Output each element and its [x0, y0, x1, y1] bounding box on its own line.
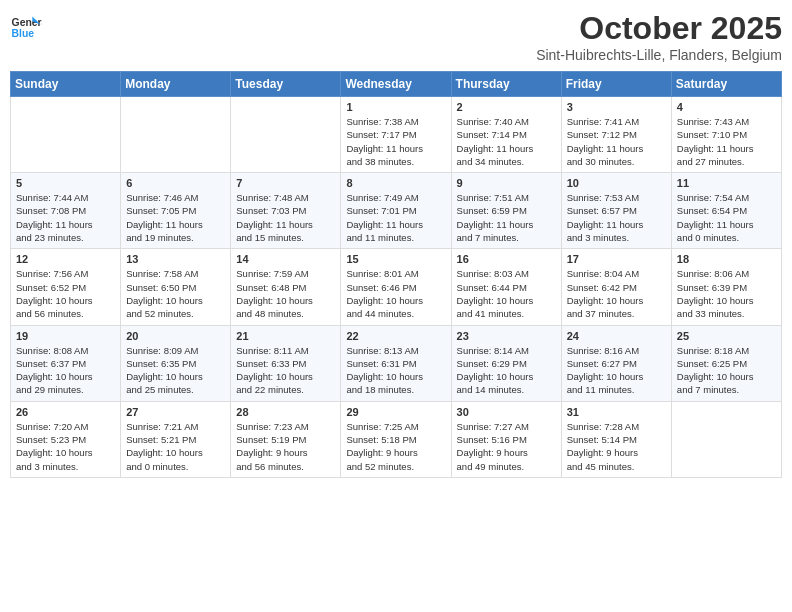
calendar-day-3: 3Sunrise: 7:41 AM Sunset: 7:12 PM Daylig…	[561, 97, 671, 173]
day-number: 8	[346, 177, 445, 189]
day-info: Sunrise: 8:06 AM Sunset: 6:39 PM Dayligh…	[677, 267, 776, 320]
calendar-day-2: 2Sunrise: 7:40 AM Sunset: 7:14 PM Daylig…	[451, 97, 561, 173]
calendar-day-8: 8Sunrise: 7:49 AM Sunset: 7:01 PM Daylig…	[341, 173, 451, 249]
day-number: 10	[567, 177, 666, 189]
calendar-day-25: 25Sunrise: 8:18 AM Sunset: 6:25 PM Dayli…	[671, 325, 781, 401]
day-number: 22	[346, 330, 445, 342]
calendar-day-1: 1Sunrise: 7:38 AM Sunset: 7:17 PM Daylig…	[341, 97, 451, 173]
day-info: Sunrise: 7:48 AM Sunset: 7:03 PM Dayligh…	[236, 191, 335, 244]
calendar-day-22: 22Sunrise: 8:13 AM Sunset: 6:31 PM Dayli…	[341, 325, 451, 401]
day-info: Sunrise: 8:08 AM Sunset: 6:37 PM Dayligh…	[16, 344, 115, 397]
calendar-day-4: 4Sunrise: 7:43 AM Sunset: 7:10 PM Daylig…	[671, 97, 781, 173]
day-number: 30	[457, 406, 556, 418]
calendar-day-29: 29Sunrise: 7:25 AM Sunset: 5:18 PM Dayli…	[341, 401, 451, 477]
calendar-day-19: 19Sunrise: 8:08 AM Sunset: 6:37 PM Dayli…	[11, 325, 121, 401]
weekday-header-friday: Friday	[561, 72, 671, 97]
day-info: Sunrise: 7:25 AM Sunset: 5:18 PM Dayligh…	[346, 420, 445, 473]
day-info: Sunrise: 7:51 AM Sunset: 6:59 PM Dayligh…	[457, 191, 556, 244]
calendar-day-30: 30Sunrise: 7:27 AM Sunset: 5:16 PM Dayli…	[451, 401, 561, 477]
calendar-day-13: 13Sunrise: 7:58 AM Sunset: 6:50 PM Dayli…	[121, 249, 231, 325]
day-number: 19	[16, 330, 115, 342]
day-number: 3	[567, 101, 666, 113]
calendar-week-row: 12Sunrise: 7:56 AM Sunset: 6:52 PM Dayli…	[11, 249, 782, 325]
day-info: Sunrise: 7:28 AM Sunset: 5:14 PM Dayligh…	[567, 420, 666, 473]
weekday-header-monday: Monday	[121, 72, 231, 97]
calendar-day-16: 16Sunrise: 8:03 AM Sunset: 6:44 PM Dayli…	[451, 249, 561, 325]
calendar-day-24: 24Sunrise: 8:16 AM Sunset: 6:27 PM Dayli…	[561, 325, 671, 401]
calendar-day-21: 21Sunrise: 8:11 AM Sunset: 6:33 PM Dayli…	[231, 325, 341, 401]
day-number: 20	[126, 330, 225, 342]
day-number: 29	[346, 406, 445, 418]
calendar-day-23: 23Sunrise: 8:14 AM Sunset: 6:29 PM Dayli…	[451, 325, 561, 401]
day-info: Sunrise: 7:58 AM Sunset: 6:50 PM Dayligh…	[126, 267, 225, 320]
logo-icon: General Blue	[10, 10, 42, 42]
day-number: 27	[126, 406, 225, 418]
day-info: Sunrise: 7:21 AM Sunset: 5:21 PM Dayligh…	[126, 420, 225, 473]
day-number: 7	[236, 177, 335, 189]
calendar-day-5: 5Sunrise: 7:44 AM Sunset: 7:08 PM Daylig…	[11, 173, 121, 249]
weekday-header-saturday: Saturday	[671, 72, 781, 97]
day-info: Sunrise: 7:40 AM Sunset: 7:14 PM Dayligh…	[457, 115, 556, 168]
calendar-day-27: 27Sunrise: 7:21 AM Sunset: 5:21 PM Dayli…	[121, 401, 231, 477]
day-number: 17	[567, 253, 666, 265]
day-info: Sunrise: 8:13 AM Sunset: 6:31 PM Dayligh…	[346, 344, 445, 397]
calendar-day-17: 17Sunrise: 8:04 AM Sunset: 6:42 PM Dayli…	[561, 249, 671, 325]
calendar-table: SundayMondayTuesdayWednesdayThursdayFrid…	[10, 71, 782, 478]
calendar-week-row: 19Sunrise: 8:08 AM Sunset: 6:37 PM Dayli…	[11, 325, 782, 401]
day-number: 1	[346, 101, 445, 113]
calendar-week-row: 1Sunrise: 7:38 AM Sunset: 7:17 PM Daylig…	[11, 97, 782, 173]
day-info: Sunrise: 7:49 AM Sunset: 7:01 PM Dayligh…	[346, 191, 445, 244]
calendar-day-20: 20Sunrise: 8:09 AM Sunset: 6:35 PM Dayli…	[121, 325, 231, 401]
day-number: 24	[567, 330, 666, 342]
calendar-day-6: 6Sunrise: 7:46 AM Sunset: 7:05 PM Daylig…	[121, 173, 231, 249]
day-number: 15	[346, 253, 445, 265]
weekday-header-sunday: Sunday	[11, 72, 121, 97]
day-number: 28	[236, 406, 335, 418]
svg-text:Blue: Blue	[12, 28, 35, 39]
day-number: 31	[567, 406, 666, 418]
day-number: 21	[236, 330, 335, 342]
day-number: 14	[236, 253, 335, 265]
day-number: 11	[677, 177, 776, 189]
calendar-day-12: 12Sunrise: 7:56 AM Sunset: 6:52 PM Dayli…	[11, 249, 121, 325]
day-info: Sunrise: 8:03 AM Sunset: 6:44 PM Dayligh…	[457, 267, 556, 320]
day-info: Sunrise: 8:18 AM Sunset: 6:25 PM Dayligh…	[677, 344, 776, 397]
day-info: Sunrise: 7:23 AM Sunset: 5:19 PM Dayligh…	[236, 420, 335, 473]
day-number: 23	[457, 330, 556, 342]
day-info: Sunrise: 7:46 AM Sunset: 7:05 PM Dayligh…	[126, 191, 225, 244]
day-info: Sunrise: 8:01 AM Sunset: 6:46 PM Dayligh…	[346, 267, 445, 320]
calendar-day-11: 11Sunrise: 7:54 AM Sunset: 6:54 PM Dayli…	[671, 173, 781, 249]
calendar-empty-cell	[231, 97, 341, 173]
day-info: Sunrise: 7:27 AM Sunset: 5:16 PM Dayligh…	[457, 420, 556, 473]
subtitle: Sint-Huibrechts-Lille, Flanders, Belgium	[536, 47, 782, 63]
weekday-header-wednesday: Wednesday	[341, 72, 451, 97]
calendar-empty-cell	[11, 97, 121, 173]
day-number: 12	[16, 253, 115, 265]
weekday-header-row: SundayMondayTuesdayWednesdayThursdayFrid…	[11, 72, 782, 97]
calendar-empty-cell	[121, 97, 231, 173]
day-number: 9	[457, 177, 556, 189]
calendar-day-26: 26Sunrise: 7:20 AM Sunset: 5:23 PM Dayli…	[11, 401, 121, 477]
main-title: October 2025	[536, 10, 782, 47]
day-info: Sunrise: 7:44 AM Sunset: 7:08 PM Dayligh…	[16, 191, 115, 244]
calendar-week-row: 5Sunrise: 7:44 AM Sunset: 7:08 PM Daylig…	[11, 173, 782, 249]
day-info: Sunrise: 7:56 AM Sunset: 6:52 PM Dayligh…	[16, 267, 115, 320]
calendar-empty-cell	[671, 401, 781, 477]
weekday-header-tuesday: Tuesday	[231, 72, 341, 97]
day-info: Sunrise: 8:04 AM Sunset: 6:42 PM Dayligh…	[567, 267, 666, 320]
day-info: Sunrise: 7:54 AM Sunset: 6:54 PM Dayligh…	[677, 191, 776, 244]
calendar-day-31: 31Sunrise: 7:28 AM Sunset: 5:14 PM Dayli…	[561, 401, 671, 477]
day-number: 16	[457, 253, 556, 265]
day-info: Sunrise: 7:38 AM Sunset: 7:17 PM Dayligh…	[346, 115, 445, 168]
logo: General Blue	[10, 10, 42, 42]
calendar-day-9: 9Sunrise: 7:51 AM Sunset: 6:59 PM Daylig…	[451, 173, 561, 249]
day-info: Sunrise: 7:43 AM Sunset: 7:10 PM Dayligh…	[677, 115, 776, 168]
day-number: 5	[16, 177, 115, 189]
day-info: Sunrise: 8:14 AM Sunset: 6:29 PM Dayligh…	[457, 344, 556, 397]
day-number: 26	[16, 406, 115, 418]
calendar-day-18: 18Sunrise: 8:06 AM Sunset: 6:39 PM Dayli…	[671, 249, 781, 325]
day-number: 18	[677, 253, 776, 265]
day-info: Sunrise: 8:11 AM Sunset: 6:33 PM Dayligh…	[236, 344, 335, 397]
day-info: Sunrise: 8:16 AM Sunset: 6:27 PM Dayligh…	[567, 344, 666, 397]
calendar-day-7: 7Sunrise: 7:48 AM Sunset: 7:03 PM Daylig…	[231, 173, 341, 249]
